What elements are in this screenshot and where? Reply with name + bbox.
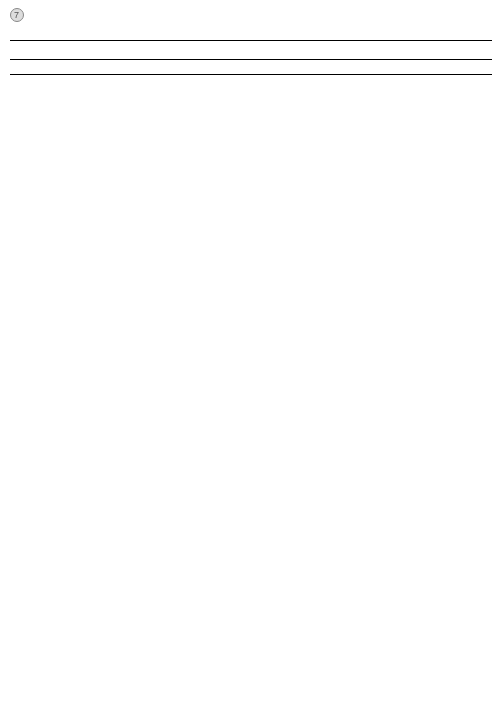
section-take-photo-title [10, 59, 492, 60]
tip-note [10, 6, 492, 26]
section-search-title [10, 40, 492, 41]
tip-icon [10, 8, 24, 22]
section-record-title [10, 74, 492, 75]
